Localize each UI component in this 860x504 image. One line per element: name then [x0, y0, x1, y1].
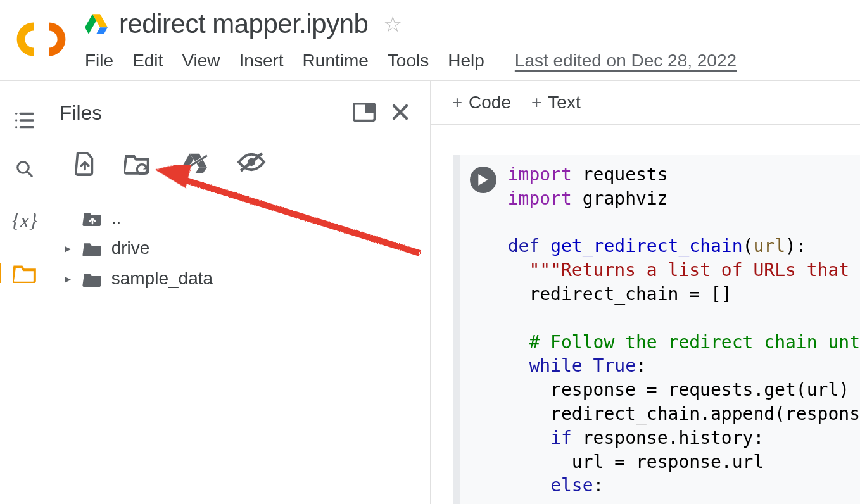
menu-runtime[interactable]: Runtime [303, 51, 369, 71]
folder-up-icon [82, 210, 103, 226]
app-header: redirect mapper.ipynb ☆ File Edit View I… [0, 0, 860, 81]
toc-icon[interactable] [15, 111, 35, 129]
notebook-area: + Code + Text import requests import gra… [431, 81, 860, 504]
notebook-title[interactable]: redirect mapper.ipynb [119, 9, 368, 39]
svg-rect-12 [365, 103, 374, 113]
plus-icon: + [531, 92, 541, 113]
svg-marker-25 [478, 174, 488, 186]
menu-help[interactable]: Help [448, 51, 484, 71]
add-code-button[interactable]: + Code [452, 92, 511, 113]
upload-file-icon[interactable] [73, 151, 96, 179]
add-text-button[interactable]: + Text [531, 92, 581, 113]
left-rail: {x} [0, 81, 49, 504]
refresh-folder-icon[interactable] [124, 151, 152, 179]
tree-label-sample-data: sample_data [111, 268, 213, 289]
play-icon [478, 174, 488, 186]
menu-insert[interactable]: Insert [239, 51, 284, 71]
last-edited-link[interactable]: Last edited on Dec 28, 2022 [515, 51, 737, 71]
svg-line-10 [27, 172, 32, 177]
drive-icon [85, 14, 108, 34]
folder-icon [82, 240, 103, 256]
code-editor[interactable]: import requests import graphviz def get_… [508, 160, 860, 485]
variables-icon[interactable]: {x} [12, 209, 37, 232]
code-cell[interactable]: import requests import graphviz def get_… [453, 155, 860, 504]
title-row: redirect mapper.ipynb ☆ [85, 9, 860, 39]
chevron-right-icon[interactable]: ▸ [62, 241, 73, 256]
toggle-hidden-icon[interactable] [237, 151, 266, 179]
chevron-right-icon[interactable]: ▸ [62, 271, 73, 286]
menu-bar: File Edit View Insert Runtime Tools Help… [85, 51, 860, 71]
tree-row-up[interactable]: .. [61, 203, 414, 233]
folder-icon [82, 270, 103, 287]
star-icon[interactable]: ☆ [383, 11, 402, 37]
files-panel-title: Files [60, 101, 103, 125]
menu-file[interactable]: File [85, 51, 113, 71]
tree-row-drive[interactable]: ▸ drive [61, 233, 414, 263]
menu-tools[interactable]: Tools [388, 51, 429, 71]
menu-edit[interactable]: Edit [132, 51, 163, 71]
mount-drive-icon[interactable] [180, 151, 209, 179]
svg-marker-1 [96, 27, 108, 34]
pane-popout-icon[interactable] [353, 103, 376, 124]
tree-label-drive: drive [111, 238, 150, 258]
run-cell-button[interactable] [470, 167, 496, 193]
files-tab-icon[interactable] [0, 263, 37, 283]
svg-marker-17 [195, 167, 206, 173]
tree-label-up: .. [111, 208, 122, 228]
notebook-toolbar: + Code + Text [431, 81, 860, 125]
files-toolbar [58, 125, 411, 192]
menu-view[interactable]: View [182, 51, 220, 71]
search-icon[interactable] [15, 160, 34, 179]
file-tree: .. ▸ drive ▸ sample_data [56, 203, 414, 294]
files-panel: Files [49, 81, 431, 504]
colab-logo-icon [15, 22, 67, 57]
add-code-label: Code [469, 92, 511, 113]
plus-icon: + [452, 92, 462, 113]
tree-row-sample-data[interactable]: ▸ sample_data [61, 263, 414, 294]
close-icon[interactable] [391, 103, 410, 124]
add-text-label: Text [548, 92, 580, 113]
